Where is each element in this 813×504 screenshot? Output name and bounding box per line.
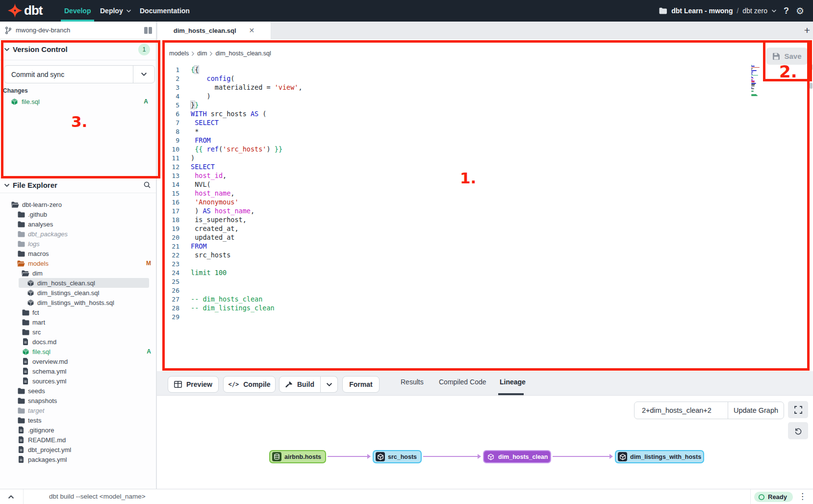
close-icon[interactable]: ✕ [249, 26, 255, 34]
tree-item-file-sql[interactable]: file.sqlA [0, 347, 156, 356]
code-line-19[interactable]: 19 created_at, [157, 224, 303, 233]
version-control-header[interactable]: Version Control 1 [4, 45, 152, 53]
code-line-22[interactable]: 22 src_hosts [157, 251, 303, 259]
code-line-16[interactable]: 16 'Anonymous' [157, 198, 303, 206]
save-button[interactable]: Save [766, 48, 808, 65]
tree-item-mart[interactable]: mart [0, 317, 156, 327]
code-line-11[interactable]: 11) [157, 153, 303, 162]
code-line-2[interactable]: 2 config( [157, 74, 303, 83]
tree-item-tests[interactable]: tests [0, 415, 156, 425]
kebab-menu-icon[interactable]: ⋮ [798, 491, 807, 502]
code-line-29[interactable]: 29 [157, 312, 303, 321]
tree-item-sources-yml[interactable]: sources.yml [0, 376, 156, 386]
code-line-12[interactable]: 12SELECT [157, 162, 303, 171]
compile-button[interactable]: </> Compile [223, 376, 276, 393]
code-line-9[interactable]: 9 FROM [157, 136, 303, 145]
folder-icon [17, 231, 25, 237]
code-line-27[interactable]: 27-- dim_hosts_clean [157, 295, 303, 303]
lineage-node-airbnb-hosts[interactable]: airbnb.hosts [269, 450, 326, 463]
commit-and-sync-button[interactable]: Commit and sync [4, 65, 155, 83]
code-line-3[interactable]: 3 materialized = 'view', [157, 83, 303, 92]
tree-item-dim-listings-with-hosts-sql[interactable]: dim_listings_with_hosts.sql [0, 298, 156, 307]
code-line-1[interactable]: 1{{ [157, 65, 303, 74]
tree-item-analyses[interactable]: analyses [0, 219, 156, 229]
format-button[interactable]: Format [342, 376, 380, 393]
code-line-25[interactable]: 25 [157, 277, 303, 286]
tree-item-target[interactable]: target [0, 405, 156, 415]
tree-item-src[interactable]: src [0, 327, 156, 337]
lineage-node-dim-hosts-clean[interactable]: dim_hosts_clean [483, 450, 551, 463]
breadcrumb-file[interactable]: dim_hosts_clean.sql [215, 50, 271, 57]
code-line-24[interactable]: 24limit 100 [157, 268, 303, 277]
tree-item-seeds[interactable]: seeds [0, 386, 156, 396]
tree-item-dbt-packages[interactable]: dbt_packages [0, 229, 156, 239]
help-icon[interactable]: ? [784, 6, 789, 16]
code-line-23[interactable]: 23 [157, 259, 303, 268]
build-button[interactable]: Build [279, 376, 321, 393]
tree-item-readme-md[interactable]: README.md [0, 435, 156, 445]
tab-results[interactable]: Results [401, 378, 424, 386]
chevron-down-icon[interactable] [771, 9, 777, 13]
tree-item-label: models [28, 260, 49, 267]
code-line-13[interactable]: 13 host_id, [157, 171, 303, 180]
split-columns-icon[interactable] [144, 27, 152, 34]
chevron-up-icon[interactable] [4, 492, 18, 502]
lineage-node-src-hosts[interactable]: src_hosts [373, 450, 422, 463]
commit-options-caret[interactable] [133, 66, 154, 83]
nav-develop[interactable]: Develop [64, 0, 91, 22]
tree-item-fct[interactable]: fct [0, 307, 156, 317]
tree-item-dim-hosts-clean-sql[interactable]: dim_hosts_clean.sql [0, 278, 156, 288]
preview-button[interactable]: Preview [168, 376, 219, 393]
breadcrumb-models[interactable]: models [169, 50, 189, 57]
code-line-6[interactable]: 6WITH src_hosts AS ( [157, 109, 303, 118]
tree-item-macros[interactable]: macros [0, 249, 156, 258]
editor-minimap[interactable] [751, 65, 762, 98]
tree-item-schema-yml[interactable]: schema.yml [0, 366, 156, 376]
changed-file-row[interactable]: file.sql A [11, 97, 153, 106]
tree-item--gitignore[interactable]: .gitignore [0, 425, 156, 435]
nav-documentation[interactable]: Documentation [140, 0, 190, 22]
tree-item-models[interactable]: modelsM [0, 258, 156, 268]
lineage-graph[interactable]: airbnb.hostssrc_hostsdim_hosts_cleandim_… [157, 396, 813, 489]
tree-item-dbt-learn-zero[interactable]: dbt-learn-zero [0, 200, 156, 209]
tree-item-snapshots[interactable]: snapshots [0, 396, 156, 405]
code-line-4[interactable]: 4 ) [157, 92, 303, 101]
tree-item-dim[interactable]: dim [0, 268, 156, 278]
code-line-14[interactable]: 14 NVL( [157, 180, 303, 189]
tree-item--github[interactable]: .github [0, 209, 156, 219]
project-breadcrumb[interactable]: dbt Learn - mwong / dbt zero [659, 7, 777, 15]
nav-deploy[interactable]: Deploy [100, 0, 131, 22]
code-line-5[interactable]: 5}} [157, 101, 303, 109]
code-line-28[interactable]: 28-- dim_listings_clean [157, 303, 303, 312]
code-line-7[interactable]: 7 SELECT [157, 118, 303, 127]
breadcrumb-dim[interactable]: dim [197, 50, 207, 57]
tree-item-overview-md[interactable]: overview.md [0, 356, 156, 366]
code-line-20[interactable]: 20 updated_at [157, 233, 303, 242]
tab-lineage[interactable]: Lineage [500, 378, 526, 386]
tree-item-packages-yml[interactable]: packages.yml [0, 454, 156, 464]
lineage-node-dim-listings-with-hosts[interactable]: dim_listings_with_hosts [615, 450, 704, 463]
code-line-8[interactable]: 8 * [157, 127, 303, 136]
code-area[interactable]: 1{{2 config(3 materialized = 'view',4 )5… [157, 65, 303, 321]
command-input[interactable]: dbt build --select <model_name> [49, 493, 146, 500]
new-tab-button[interactable]: + [801, 25, 813, 36]
build-options-caret[interactable] [321, 376, 338, 393]
code-line-17[interactable]: 17 ) AS host_name, [157, 206, 303, 215]
dbt-logo[interactable]: dbt [8, 3, 42, 18]
tree-item-logs[interactable]: logs [0, 239, 156, 249]
tree-item-dbt-project-yml[interactable]: dbt_project.yml [0, 445, 156, 454]
code-line-26[interactable]: 26 [157, 286, 303, 295]
code-line-10[interactable]: 10 {{ ref('src_hosts') }} [157, 145, 303, 153]
tree-item-dim-listings-clean-sql[interactable]: dim_listings_clean.sql [0, 288, 156, 298]
line-number: 9 [157, 137, 179, 144]
code-line-18[interactable]: 18 is_superhost, [157, 215, 303, 224]
tab-dim-hosts-clean[interactable]: dim_hosts_clean.sql ✕ [157, 22, 271, 39]
tab-compiled-code[interactable]: Compiled Code [439, 378, 486, 386]
tree-item-docs-md[interactable]: docs.md [0, 337, 156, 347]
file-explorer-header[interactable]: File Explorer [4, 181, 152, 189]
code-line-21[interactable]: 21FROM [157, 242, 303, 251]
search-icon[interactable] [143, 181, 151, 191]
line-number: 21 [157, 243, 179, 250]
settings-gear-icon[interactable]: ⚙ [796, 5, 804, 17]
code-line-15[interactable]: 15 host_name, [157, 189, 303, 198]
